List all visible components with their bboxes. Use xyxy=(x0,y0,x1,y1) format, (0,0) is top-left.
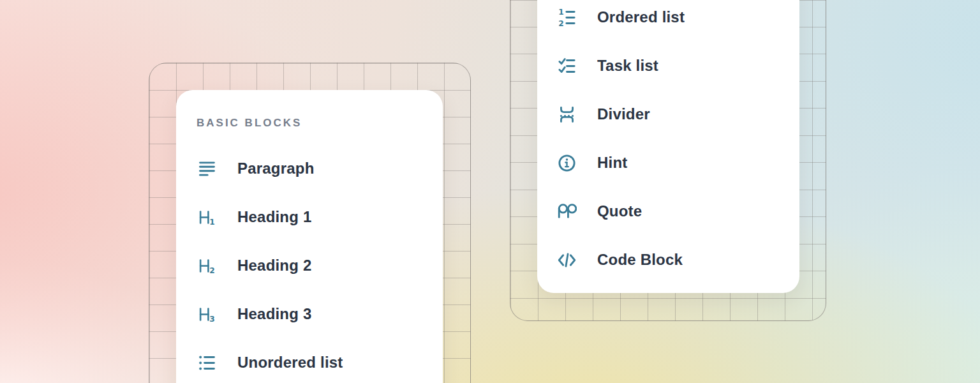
background-gradient: { "left_panel": { "section_label": "BASI… xyxy=(0,0,980,383)
menu-item-heading-2[interactable]: 2 Heading 2 xyxy=(197,241,443,290)
menu-item-label: Hint xyxy=(597,154,627,172)
task-list-icon xyxy=(556,56,577,76)
menu-item-task-list[interactable]: Task list xyxy=(556,41,799,90)
svg-text:2: 2 xyxy=(209,266,215,274)
divider-icon xyxy=(556,104,577,124)
menu-item-label: Heading 1 xyxy=(237,208,312,226)
ordered-list-icon: 12 xyxy=(556,7,577,27)
menu-item-paragraph[interactable]: Paragraph xyxy=(197,144,443,193)
basic-blocks-menu-card: BASIC BLOCKS Paragraph 1 Heading 1 2 Hea… xyxy=(176,90,443,383)
menu-item-unordered-list[interactable]: Unordered list xyxy=(197,338,443,383)
menu-item-quote[interactable]: Quote xyxy=(556,187,799,236)
heading-2-icon: 2 xyxy=(197,255,217,276)
menu-item-label: Divider xyxy=(597,105,650,123)
hint-icon xyxy=(556,153,577,173)
menu-item-ordered-list[interactable]: 12 Ordered list xyxy=(556,0,799,41)
menu-item-label: Quote xyxy=(597,202,642,220)
section-label-basic-blocks: BASIC BLOCKS xyxy=(197,117,443,130)
heading-1-icon: 1 xyxy=(197,207,217,227)
blocks-menu-card: 12 Ordered list Task list Divider Hint Q… xyxy=(537,0,799,293)
svg-text:2: 2 xyxy=(558,19,564,27)
menu-item-divider[interactable]: Divider xyxy=(556,90,799,139)
menu-item-label: Ordered list xyxy=(597,8,685,26)
menu-item-label: Paragraph xyxy=(237,160,315,177)
menu-item-label: Code Block xyxy=(597,251,683,269)
menu-item-hint[interactable]: Hint xyxy=(556,139,799,187)
menu-item-label: Heading 3 xyxy=(237,305,312,323)
unordered-list-icon xyxy=(197,352,217,373)
menu-item-label: Heading 2 xyxy=(237,257,312,274)
basic-blocks-menu-list: Paragraph 1 Heading 1 2 Heading 2 3 Head… xyxy=(197,144,443,383)
code-block-icon xyxy=(556,250,577,270)
menu-item-heading-3[interactable]: 3 Heading 3 xyxy=(197,290,443,338)
svg-text:3: 3 xyxy=(209,314,215,323)
menu-item-heading-1[interactable]: 1 Heading 1 xyxy=(197,193,443,241)
svg-text:1: 1 xyxy=(558,8,564,17)
blocks-menu-list: 12 Ordered list Task list Divider Hint Q… xyxy=(556,0,799,284)
menu-item-code-block[interactable]: Code Block xyxy=(556,236,799,284)
paragraph-icon xyxy=(197,158,217,179)
menu-item-label: Unordered list xyxy=(237,354,343,372)
quote-icon xyxy=(556,201,577,222)
svg-text:1: 1 xyxy=(209,217,215,226)
heading-3-icon: 3 xyxy=(197,304,217,324)
menu-item-label: Task list xyxy=(597,57,658,75)
